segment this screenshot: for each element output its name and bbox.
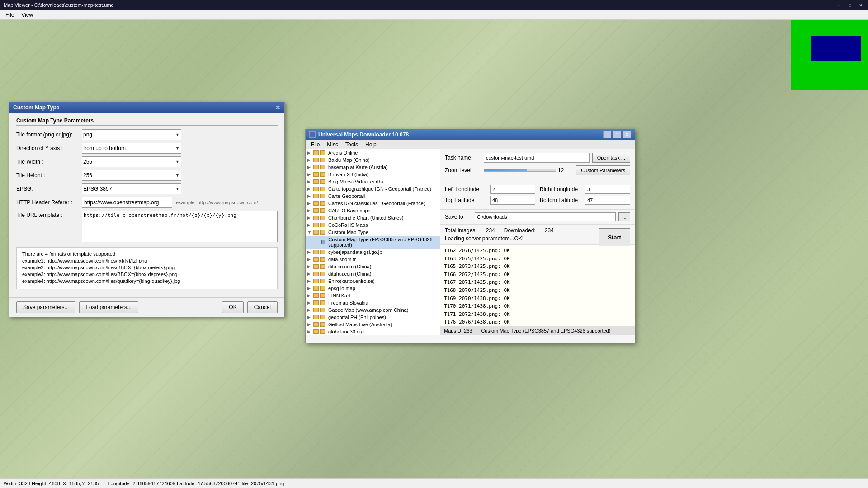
map-list-item[interactable]: ▶epsg.io map [306, 285, 440, 292]
expand-icon: ▶ [307, 208, 312, 213]
map-item-label: Arcgis Online [328, 150, 358, 155]
ok-button[interactable]: OK [222, 301, 243, 313]
bottom-lat-label: Bottom Latitude [540, 197, 580, 203]
folder-icon [320, 223, 326, 227]
custom-map-body: Custom Map Type Parameters Tile format (… [9, 113, 284, 297]
folder-icon [313, 208, 319, 213]
map-list-item[interactable]: ▶Bhuvan-2D (India) [306, 171, 440, 178]
save-params-button[interactable]: Save parameters... [16, 301, 75, 313]
map-list-item[interactable]: ▶CARTO Basemaps [306, 207, 440, 214]
expand-icon: ▶ [307, 286, 312, 291]
umd-window: Universal Maps Downloader 10.078 ─ □ ✕ F… [305, 129, 635, 343]
log-line: T170 2071/1438.png: OK [444, 302, 631, 310]
save-input[interactable] [475, 212, 616, 221]
restore-button[interactable]: □ [846, 1, 854, 9]
map-list-item[interactable]: ▶geoportal PH (Philippines) [306, 314, 440, 321]
browse-button[interactable]: ... [618, 212, 630, 221]
tile-height-select[interactable]: 256512 [82, 170, 181, 181]
expand-icon: ▶ [307, 329, 312, 334]
map-list-item[interactable]: ▶Arcgis Online [306, 149, 440, 156]
folder-icon [320, 293, 326, 298]
right-lon-input[interactable] [585, 185, 630, 194]
left-lon-input[interactable] [490, 185, 535, 194]
zoom-slider-container [484, 167, 556, 174]
menu-file[interactable]: File [2, 11, 18, 19]
task-name-input[interactable] [484, 153, 590, 163]
zoom-bar-fill [484, 169, 527, 171]
bottom-lat-input[interactable] [585, 196, 630, 205]
map-list-item[interactable]: ▶Carte topographique IGN - Geoportail (F… [306, 185, 440, 192]
custom-params-button[interactable]: Custom Parameters [576, 165, 630, 175]
map-item-label: Bing Maps (Virtual earth) [328, 179, 383, 184]
map-item-label: ditu.so.com (China) [328, 264, 371, 269]
umd-menu-misc[interactable]: Misc [323, 141, 342, 148]
load-params-button[interactable]: Load parameters... [79, 301, 138, 313]
umd-app-icon [309, 131, 316, 138]
tile-width-select[interactable]: 256512 [82, 156, 181, 167]
folder-icon [320, 272, 326, 276]
main-titlebar: Map Viewer - C:\downloads\custom-map-tes… [0, 0, 868, 10]
map-list-item[interactable]: ▼Custom Map Type [306, 229, 440, 236]
folder-icon [313, 194, 319, 198]
map-list-item[interactable]: ▶Carte-Geoportail [306, 192, 440, 200]
log-section: T162 2076/1425.png: OKT163 2075/1425.png… [440, 245, 635, 326]
direction-row: Direction of Y axis : from up to bottom … [16, 143, 278, 154]
map-list-item[interactable]: ▶globeland30.org [306, 328, 440, 335]
umd-menu-file[interactable]: File [307, 141, 323, 148]
folder-icon [320, 279, 326, 283]
minimize-button[interactable]: ─ [835, 1, 843, 9]
umd-close-button[interactable]: ✕ [623, 131, 631, 138]
close-button[interactable]: ✕ [857, 1, 864, 9]
map-item-label: Custom Map Type (EPSG3857 and EPSG4326 s… [328, 237, 438, 248]
map-item-label: Carte-Geoportail [328, 193, 365, 199]
folder-icon [320, 194, 326, 198]
umd-menubar: File Misc Tools Help [306, 140, 635, 149]
map-item-label: FINN Kart [328, 293, 350, 298]
formats-header: There are 4 formats of template supporte… [22, 251, 272, 257]
cancel-button[interactable]: Cancel [247, 301, 278, 313]
map-list-item[interactable]: ▶cyberjapandata.gsi.go.jp [306, 249, 440, 256]
main-title: Map Viewer - C:\downloads\custom-map-tes… [4, 2, 835, 8]
direction-select[interactable]: from up to bottom from bottom to up [82, 143, 181, 154]
map-list-item[interactable]: ▶Eniro(kartor.eniro.se) [306, 277, 440, 285]
umd-menu-tools[interactable]: Tools [342, 141, 362, 148]
folder-icon [313, 250, 319, 254]
map-list-item[interactable]: ▶data.shom.fr [306, 256, 440, 263]
map-list-item[interactable]: ▶Cartes IGN classiques - Geoportail (Fra… [306, 200, 440, 207]
start-button[interactable]: Start [599, 228, 630, 246]
tile-url-wrap [82, 211, 278, 244]
umd-menu-help[interactable]: Help [362, 141, 380, 148]
top-lat-input[interactable] [490, 196, 535, 205]
open-task-button[interactable]: Open task ... [592, 153, 630, 163]
map-list-item[interactable]: ▶dituhui.com (China) [306, 270, 440, 277]
log-line: T165 2073/1425.png: OK [444, 263, 631, 271]
tile-url-row: Tile URL template : [16, 211, 278, 244]
main-menubar: File View [0, 10, 868, 20]
folder-icon [320, 286, 326, 291]
http-referer-input[interactable] [82, 197, 172, 208]
menu-view[interactable]: View [18, 11, 37, 19]
log-line: T166 2072/1425.png: OK [444, 271, 631, 279]
folder-icon [320, 158, 326, 162]
tile-format-select[interactable]: png jpg [82, 129, 181, 140]
map-list-item[interactable]: ▶CoCoRaHS Maps [306, 221, 440, 229]
map-item-label: Custom Map Type [328, 230, 368, 235]
map-list-item[interactable]: ▶Getlost Maps Live (Australia) [306, 321, 440, 328]
umd-restore-button[interactable]: □ [613, 131, 621, 138]
map-list-item[interactable]: ▶Baidu Map (China) [306, 156, 440, 164]
expand-icon: ▶ [307, 194, 312, 198]
map-list-item[interactable]: Custom Map Type (EPSG3857 and EPSG4326 s… [306, 236, 440, 249]
custom-map-close-button[interactable]: ✕ [275, 104, 281, 111]
folder-icon [313, 300, 319, 305]
map-list-item[interactable]: ▶ditu.so.com (China) [306, 263, 440, 270]
umd-minimize-button[interactable]: ─ [603, 131, 611, 138]
map-list-item[interactable]: ▶Gaode Map (www.amap.com China) [306, 306, 440, 314]
folder-icon [313, 187, 319, 191]
tile-url-textarea[interactable] [82, 211, 278, 242]
map-list-item[interactable]: ▶FINN Kart [306, 292, 440, 299]
map-list-item[interactable]: ▶Bing Maps (Virtual earth) [306, 178, 440, 185]
epsg-select[interactable]: EPSG:3857EPSG:4326 [82, 183, 181, 194]
map-list-item[interactable]: ▶basemap.at Karte (Austria) [306, 164, 440, 171]
map-list-item[interactable]: ▶Chartbundle Chart (United States) [306, 214, 440, 221]
map-list-item[interactable]: ▶Freemap Slovakia [306, 299, 440, 306]
